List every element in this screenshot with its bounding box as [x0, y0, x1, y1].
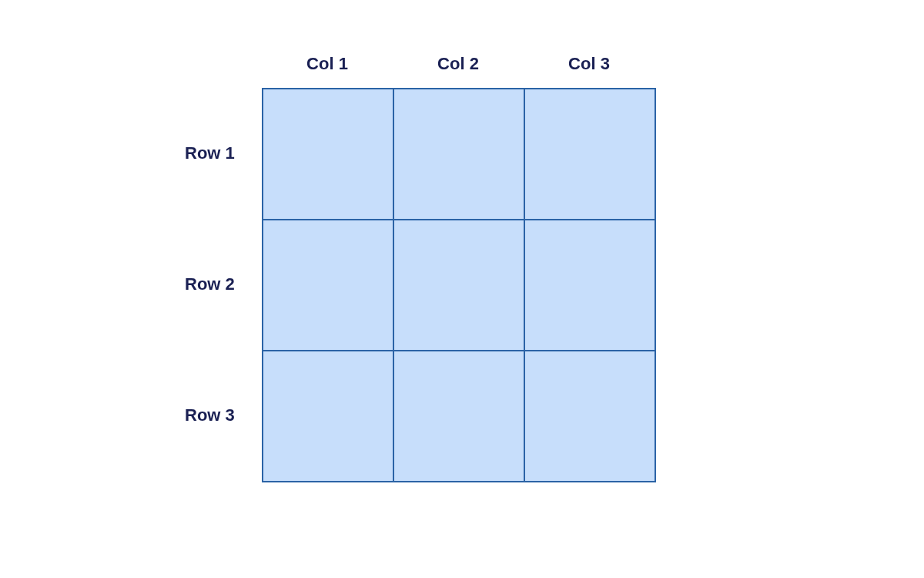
- grid-cell-r1c2: [393, 89, 524, 220]
- grid-cell-r1c1: [263, 89, 393, 220]
- column-headers: Col 1 Col 2 Col 3: [262, 54, 656, 74]
- grid-cell-r3c3: [524, 351, 655, 482]
- grid-cell-r2c2: [393, 220, 524, 351]
- row-labels: Row 1 Row 2 Row 3: [177, 88, 262, 482]
- grid-cell-r2c1: [263, 220, 393, 351]
- column-header: Col 2: [393, 54, 524, 74]
- grid-cell-r1c3: [524, 89, 655, 220]
- row-label: Row 3: [177, 405, 262, 425]
- grid-cell-r2c3: [524, 220, 655, 351]
- row-label: Row 1: [177, 143, 262, 163]
- grid-cell-r3c2: [393, 351, 524, 482]
- grid-cells: [262, 88, 656, 482]
- grid-cell-r3c1: [263, 351, 393, 482]
- grid-body: Row 1 Row 2 Row 3: [177, 88, 656, 482]
- grid-diagram: Col 1 Col 2 Col 3 Row 1 Row 2 Row 3: [177, 54, 656, 482]
- column-header: Col 1: [262, 54, 393, 74]
- row-label: Row 2: [177, 274, 262, 294]
- column-header: Col 3: [524, 54, 654, 74]
